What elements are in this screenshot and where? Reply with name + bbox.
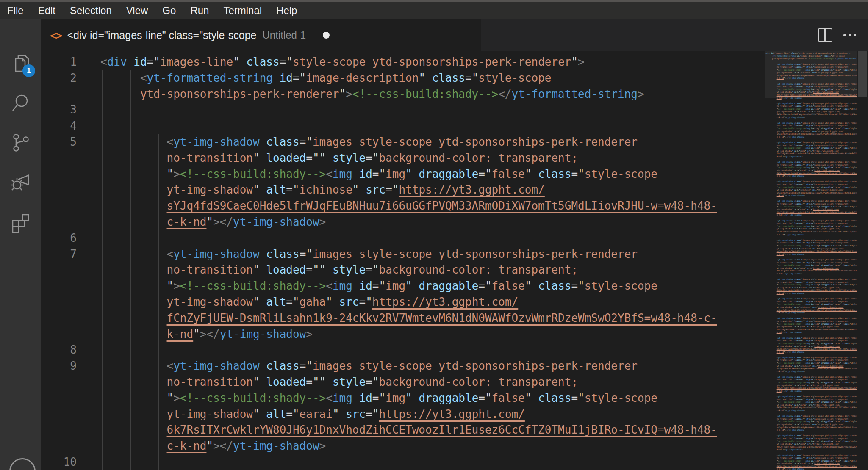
menu-item-help[interactable]: Help (269, 2, 304, 19)
minimap-row: 6k7RsITXrCwklrYW80JH6y1DnxVhodZihCCETwoo… (765, 172, 857, 175)
line-number: 5 (41, 134, 100, 150)
minimap-row: yt-img-shadow" alt="gaha" src="https://y… (765, 208, 857, 211)
minimap-row (765, 61, 857, 64)
code-row: no-transition" loaded="" style="backgrou… (41, 262, 765, 278)
account-icon[interactable] (9, 458, 36, 470)
minimap-row: c-k-nd"></yt-img-shadow> (765, 253, 857, 256)
minimap-row: yt-img-shadow" alt="gaha" src="https://y… (765, 443, 857, 446)
code-row: 6 (41, 230, 765, 246)
minimap-row: fCnZyFjUEW-DsmRliLsahn1k9-24cKkv2RV7Wmte… (765, 270, 857, 273)
menu-item-run[interactable]: Run (183, 2, 216, 19)
menu-item-selection[interactable]: Selection (63, 2, 119, 19)
minimap-row: yt-img-shadow" alt="earai" src="https://… (765, 287, 857, 290)
search-icon[interactable] (10, 92, 31, 113)
minimap-row: c-k-nd"></yt-img-shadow> (765, 429, 857, 432)
run-and-debug-icon[interactable] (10, 172, 31, 193)
menu-item-file[interactable]: File (0, 2, 31, 19)
minimap-row: <yt-img-shadow class="images style-scope… (765, 102, 857, 105)
minimap-row: fCnZyFjUEW-DsmRliLsahn1k9-24cKkv2RV7Wmte… (765, 329, 857, 332)
code-row: sYJq4fdS9CaeC0Hde5lfrWJqFEuBNHuu7i66uGGf… (41, 198, 765, 214)
line-number (41, 310, 100, 326)
minimap-row: <yt-img-shadow class="images style-scope… (765, 220, 857, 223)
code-row: no-transition" loaded="" style="backgrou… (41, 150, 765, 166)
tab-untitled-1[interactable]: <> <div id="images-line" class="style-sc… (41, 19, 481, 51)
scrollbar[interactable] (857, 51, 868, 470)
minimap-row: c-k-nd"></yt-img-shadow> (765, 234, 857, 237)
modified-indicator-dot[interactable] (323, 32, 330, 39)
minimap-row (765, 412, 857, 415)
code-row: 3 (41, 102, 765, 118)
minimap-row: c-k-nd"></yt-img-shadow> (765, 292, 857, 295)
explorer-icon[interactable]: 1 (10, 53, 31, 74)
line-number: 7 (41, 246, 100, 263)
code-row: 1<div id="images-line" class="style-scop… (41, 54, 765, 70)
line-number (41, 406, 100, 423)
minimap-row: "><!--css-build:shady--><img id="img" dr… (765, 127, 857, 130)
minimap-row: sYJq4fdS9CaeC0Hde5lfrWJqFEuBNHuu7i66uGGf… (765, 133, 857, 136)
minimap-row: <yt-img-shadow class="images style-scope… (765, 395, 857, 398)
minimap-row: "><!--css-build:shady--><img id="img" dr… (765, 166, 857, 169)
menu-item-go[interactable]: Go (155, 2, 183, 19)
minimap-row: k-nd"></yt-img-shadow> (765, 155, 857, 158)
minimap[interactable]: <div id="images-line" class="style-scope… (765, 52, 857, 470)
minimap-row: 6k7RsITXrCwklrYW80JH6y1DnxVhodZihCCETwoo… (765, 406, 857, 409)
minimap-row: <yt-img-shadow class="images style-scope… (765, 376, 857, 379)
minimap-row: <yt-img-shadow class="images style-scope… (765, 278, 857, 281)
minimap-row: no-transition" loaded="" style="backgrou… (765, 66, 857, 69)
source-control-icon[interactable] (10, 132, 31, 153)
code-editor[interactable]: 1<div id="images-line" class="style-scop… (41, 51, 868, 470)
split-editor-icon[interactable] (818, 28, 832, 42)
code-row: 8 (41, 342, 765, 358)
minimap-row: "><!--css-build:shady--><img id="img" dr… (765, 303, 857, 306)
menu-item-edit[interactable]: Edit (31, 2, 63, 19)
code-row: c-k-nd"></yt-img-shadow> (41, 214, 765, 230)
extensions-icon[interactable] (10, 212, 31, 233)
minimap-row: <yt-img-shadow class="images style-scope… (765, 63, 857, 66)
minimap-row: <yt-img-shadow class="images style-scope… (765, 141, 857, 144)
line-number (41, 86, 100, 102)
code-row: no-transition" loaded="" style="backgrou… (41, 374, 765, 390)
line-number (41, 278, 100, 294)
line-number (41, 294, 100, 310)
minimap-row: "><!--css-build:shady--><img id="img" dr… (765, 382, 857, 384)
activity-bar: 1 (0, 19, 41, 470)
line-number (41, 150, 100, 166)
minimap-row: yt-img-shadow" alt="earai" src="https://… (765, 111, 857, 113)
minimap-row: "><!--css-build:shady--><img id="img" dr… (765, 206, 857, 209)
menu-item-view[interactable]: View (119, 2, 155, 19)
minimap-row (765, 217, 857, 220)
code-row: "><!--css-build:shady--><img id="img" dr… (41, 278, 765, 294)
minimap-row: "><!--css-build:shady--><img id="img" dr… (765, 186, 857, 189)
code-row: 6k7RsITXrCwklrYW80JH6y1DnxVhodZihCCETwoo… (41, 422, 765, 438)
code-row: yt-img-shadow" alt="earai" src="https://… (41, 406, 765, 423)
minimap-row: yt-img-shadow" alt="gaha" src="https://y… (765, 91, 857, 94)
scrollbar-thumb[interactable] (858, 51, 867, 97)
minimap-row: k-nd"></yt-img-shadow> (765, 331, 857, 334)
minimap-row: "><!--css-build:shady--><img id="img" dr… (765, 69, 857, 72)
line-number (41, 182, 100, 198)
minimap-row: no-transition" loaded="" style="backgrou… (765, 398, 857, 401)
minimap-row (765, 354, 857, 357)
code-row: "><!--css-build:shady--><img id="img" dr… (41, 166, 765, 182)
code-content: 1<div id="images-line" class="style-scop… (41, 54, 765, 470)
minimap-row: sYJq4fdS9CaeC0Hde5lfrWJqFEuBNHuu7i66uGGf… (765, 309, 857, 312)
minimap-row (765, 334, 857, 337)
minimap-row: <yt-formatted-string id="image-descripti… (765, 55, 857, 58)
line-number (41, 422, 100, 438)
minimap-row: yt-img-shadow" alt="gaha" src="https://y… (765, 267, 857, 270)
minimap-row: ytd-sponsorships-perk-renderer"><!--css-… (765, 58, 857, 61)
minimap-row: <yt-img-shadow class="images style-scope… (765, 259, 857, 262)
minimap-row: "><!--css-build:shady--><img id="img" dr… (765, 264, 857, 267)
minimap-row: no-transition" loaded="" style="backgrou… (765, 359, 857, 362)
minimap-row: "><!--css-build:shady--><img id="img" dr… (765, 460, 857, 463)
minimap-row: yt-img-shadow" alt="ichinose" src="https… (765, 423, 857, 426)
minimap-row: no-transition" loaded="" style="backgrou… (765, 418, 857, 421)
minimap-row: "><!--css-build:shady--><img id="img" dr… (765, 225, 857, 228)
minimap-row: 6k7RsITXrCwklrYW80JH6y1DnxVhodZihCCETwoo… (765, 348, 857, 351)
more-actions-icon[interactable] (843, 34, 856, 36)
menu-item-terminal[interactable]: Terminal (216, 2, 269, 19)
minimap-row: no-transition" loaded="" style="backgrou… (765, 301, 857, 304)
code-row: c-k-nd"></yt-img-shadow> (41, 438, 765, 454)
minimap-row: c-k-nd"></yt-img-shadow> (765, 370, 857, 373)
minimap-row: no-transition" loaded="" style="backgrou… (765, 105, 857, 108)
